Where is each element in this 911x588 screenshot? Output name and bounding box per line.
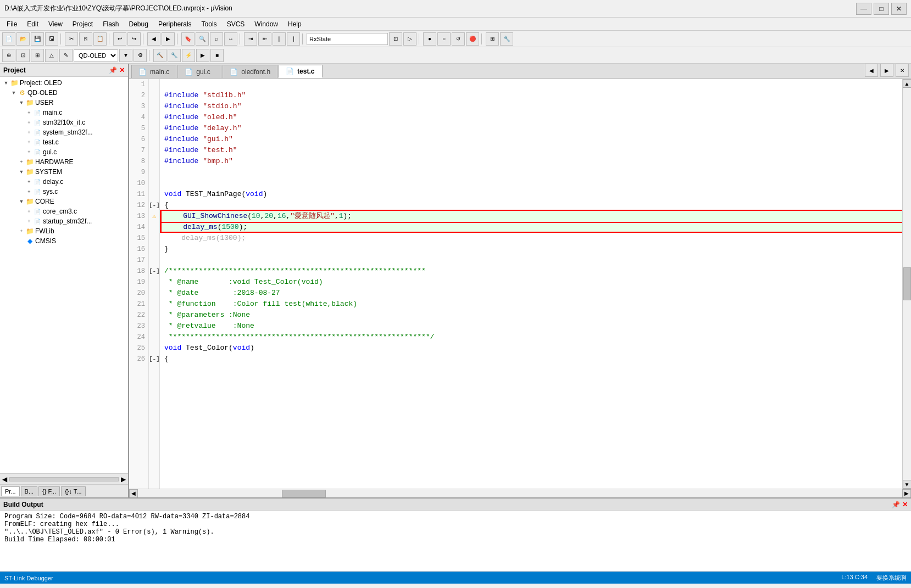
tab-test-c[interactable]: 📄 test.c [279,65,323,78]
save-all-btn[interactable]: 🖫 [45,32,58,46]
outdent-btn[interactable]: ⇤ [258,32,271,46]
tree-core-cm3[interactable]: + 📄 core_cm3.c [0,206,128,216]
system-folder-expand[interactable]: ▼ [18,168,25,176]
tab-main-c[interactable]: 📄 main.c [131,65,176,78]
pin-icon[interactable]: 📌 [109,66,117,74]
code-area[interactable]: #include "stdlib.h" #include "stdio.h" #… [160,79,902,489]
pin-build-icon[interactable]: 📌 [892,501,900,508]
tree-main-c[interactable]: + 📄 main.c [0,108,128,117]
scroll-right-icon[interactable]: ▶ [121,475,126,483]
user-expand[interactable]: ▼ [18,99,25,107]
rx-clear-btn[interactable]: ⊡ [389,32,402,46]
flash-btn[interactable]: ⚡ [182,49,195,62]
t2-btn4[interactable]: △ [45,49,58,62]
h-scrollbar[interactable]: ◀ ▶ [129,489,911,497]
copy-btn[interactable]: ⎘ [79,32,92,46]
menu-file[interactable]: File [2,19,21,29]
hscroll-thumb[interactable] [282,490,326,497]
debug-run-btn[interactable]: 🔴 [466,32,479,46]
gui-expand[interactable]: + [25,148,33,156]
find-btn[interactable]: 🔍 [196,32,209,46]
fold-12[interactable]: [-] [149,200,159,211]
system-expand[interactable]: + [25,128,33,136]
t2-btn3[interactable]: ⊞ [31,49,44,62]
save-btn[interactable]: 💾 [31,32,44,46]
hscroll-left-btn[interactable]: ◀ [129,489,138,498]
build-settings-btn[interactable]: ⚙ [134,49,147,62]
proj-tab-project[interactable]: Pr... [1,486,20,496]
redo-btn[interactable]: ↪ [127,32,141,46]
new-file-btn[interactable]: 📄 [2,32,15,46]
close-button[interactable]: ✕ [891,3,907,15]
scroll-up-btn[interactable]: ▲ [903,79,912,88]
debug-reset-btn[interactable]: ↺ [452,32,465,46]
main-expand[interactable]: + [25,109,33,116]
tree-gui-c[interactable]: + 📄 gui.c [0,147,128,157]
stop-btn[interactable]: ■ [210,49,224,62]
menu-view[interactable]: View [44,19,67,29]
tree-system-folder[interactable]: ▼ 📁 SYSTEM [0,167,128,177]
menu-peripherals[interactable]: Peripherals [154,19,196,29]
menu-project[interactable]: Project [68,19,97,29]
tree-hardware[interactable]: + 📁 HARDWARE [0,157,128,167]
tree-stm32-it[interactable]: + 📄 stm32f10x_it.c [0,117,128,127]
bookmark-btn[interactable]: 🔖 [181,32,195,46]
run-btn[interactable]: ▶ [196,49,209,62]
nav-back-btn[interactable]: ◀ [147,32,160,46]
proj-tab-books[interactable]: B... [21,486,38,496]
debug-start-btn[interactable]: ● [423,32,436,46]
fwlib-expand[interactable]: + [18,227,25,235]
debug-stop-btn[interactable]: ○ [437,32,451,46]
proj-tab-funcs[interactable]: {} F... [38,486,60,496]
stm32-it-expand[interactable]: + [25,119,33,126]
target-options-btn[interactable]: ▼ [119,49,132,62]
tree-user-folder[interactable]: ▼ 📁 USER [0,98,128,108]
scroll-thumb[interactable] [903,267,911,300]
tab-nav-right[interactable]: ▶ [880,64,893,77]
delay-expand[interactable]: + [25,178,33,186]
menu-edit[interactable]: Edit [23,19,43,29]
close-panel-icon[interactable]: ✕ [119,66,125,74]
window-btn[interactable]: ⊞ [486,32,499,46]
root-expand-icon[interactable]: ▼ [2,79,10,87]
build-btn[interactable]: 🔨 [153,49,166,62]
t2-btn1[interactable]: ⊕ [2,49,15,62]
menu-window[interactable]: Window [250,19,282,29]
test-expand[interactable]: + [25,138,33,146]
tab-close-current[interactable]: ✕ [896,64,909,77]
qd-oled-expand[interactable]: ▼ [10,89,18,97]
scroll-down-btn[interactable]: ▼ [903,480,912,489]
hscroll-right-btn[interactable]: ▶ [902,489,911,498]
find2-btn[interactable]: ⌕ [210,32,223,46]
comment-btn[interactable]: ∥ [273,32,286,46]
menu-flash[interactable]: Flash [98,19,123,29]
startup-expand[interactable]: + [25,217,33,225]
target-select[interactable]: QD-OLED [74,49,118,61]
menu-help[interactable]: Help [284,19,306,29]
uncomment-btn[interactable]: ∣ [287,32,300,46]
tree-system-stm32[interactable]: + 📄 system_stm32f... [0,127,128,137]
settings-btn[interactable]: 🔧 [500,32,513,46]
paste-btn[interactable]: 📋 [93,32,107,46]
build2-btn[interactable]: 🔧 [168,49,181,62]
menu-svcs[interactable]: SVCS [223,19,249,29]
minimize-button[interactable]: — [856,3,871,15]
undo-btn[interactable]: ↩ [113,32,126,46]
tab-nav-left[interactable]: ◀ [865,64,878,77]
rxstate-input[interactable] [307,33,388,45]
replace-btn[interactable]: ↔ [224,32,237,46]
core-cm3-expand[interactable]: + [25,208,33,215]
t2-btn2[interactable]: ⊡ [16,49,30,62]
scroll-left-icon[interactable]: ◀ [2,475,7,483]
hardware-expand[interactable]: + [18,158,25,166]
tree-sys-c[interactable]: + 📄 sys.c [0,187,128,197]
tree-root[interactable]: ▼ 📁 Project: OLED [0,78,128,88]
rx-run-btn[interactable]: ▷ [403,32,416,46]
fold-18[interactable]: [-] [149,266,159,277]
maximize-button[interactable]: □ [874,3,889,15]
tree-startup[interactable]: + 📄 startup_stm32f... [0,216,128,226]
tree-fwlib[interactable]: + 📁 FWLib [0,226,128,236]
proj-tab-templates[interactable]: {}↓ T... [61,486,85,496]
indent-btn[interactable]: ⇥ [244,32,257,46]
t2-btn5[interactable]: ✎ [59,49,73,62]
